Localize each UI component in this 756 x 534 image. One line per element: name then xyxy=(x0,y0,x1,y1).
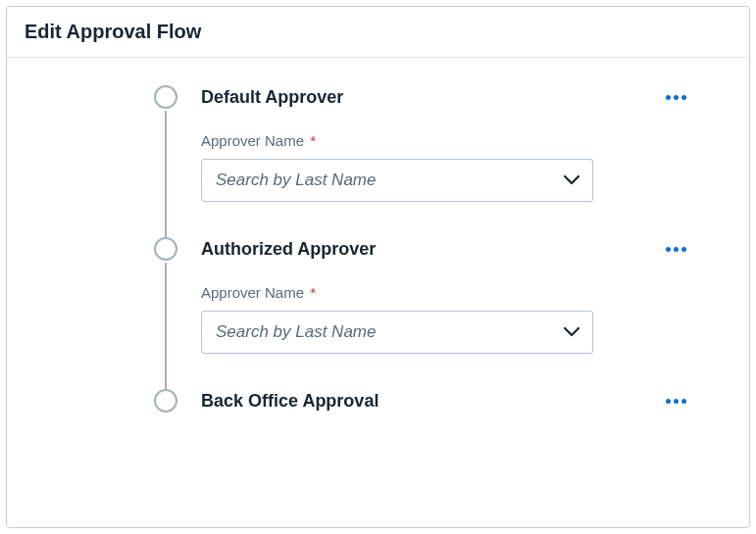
required-mark: * xyxy=(310,132,316,149)
step-title: Authorized Approver xyxy=(201,239,376,260)
step-indicator xyxy=(154,85,177,237)
required-mark: * xyxy=(310,284,316,301)
approver-name-field: Approver Name * Search by Last Name xyxy=(201,284,690,354)
step-connector-line xyxy=(165,263,167,389)
field-label-text: Approver Name xyxy=(201,284,304,301)
approver-name-combobox[interactable]: Search by Last Name xyxy=(201,159,593,202)
step-title: Back Office Approval xyxy=(201,391,378,412)
step-connector-line xyxy=(165,111,167,237)
step-more-actions-button[interactable] xyxy=(662,247,690,252)
step-circle-icon xyxy=(154,389,177,413)
approver-name-input[interactable]: Search by Last Name xyxy=(201,159,593,202)
field-label: Approver Name * xyxy=(201,284,690,301)
edit-approval-flow-panel: Edit Approval Flow Default Approver Appr… xyxy=(6,6,750,528)
approver-name-combobox[interactable]: Search by Last Name xyxy=(201,311,593,354)
step-circle-icon xyxy=(154,237,177,261)
step-indicator xyxy=(154,237,177,389)
step-circle-icon xyxy=(154,85,177,109)
flow-step-back-office-approval: Back Office Approval xyxy=(154,389,690,413)
field-label-text: Approver Name xyxy=(201,132,304,149)
approver-name-input[interactable]: Search by Last Name xyxy=(201,311,593,354)
panel-header: Edit Approval Flow xyxy=(7,7,749,58)
field-label: Approver Name * xyxy=(201,132,690,149)
panel-title: Edit Approval Flow xyxy=(25,21,731,43)
flow-step-authorized-approver: Authorized Approver Approver Name * Sear… xyxy=(154,237,690,389)
step-title: Default Approver xyxy=(201,87,343,108)
step-more-actions-button[interactable] xyxy=(662,399,690,404)
approver-name-field: Approver Name * Search by Last Name xyxy=(201,132,690,202)
approval-flow-list: Default Approver Approver Name * Search … xyxy=(7,58,749,432)
step-indicator xyxy=(154,389,177,413)
flow-step-default-approver: Default Approver Approver Name * Search … xyxy=(154,85,690,237)
step-more-actions-button[interactable] xyxy=(662,95,690,100)
